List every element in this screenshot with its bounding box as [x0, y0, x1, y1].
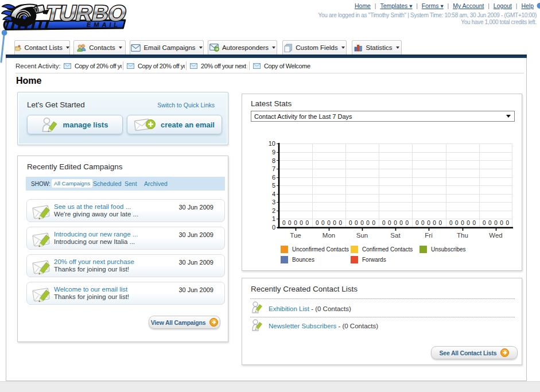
- svg-text:5: 5: [272, 182, 275, 189]
- svg-text:0 0 0 0 0: 0 0 0 0 0: [449, 220, 476, 226]
- svg-text:9: 9: [272, 149, 275, 156]
- svg-text:Sun: Sun: [356, 232, 368, 239]
- svg-text:Unconfirmed Contacts: Unconfirmed Contacts: [292, 246, 349, 253]
- svg-text:8: 8: [272, 157, 275, 164]
- svg-text:7: 7: [272, 165, 275, 172]
- svg-text:Unsubscribes: Unsubscribes: [431, 246, 466, 253]
- svg-text:1: 1: [272, 215, 275, 222]
- svg-text:Fri: Fri: [425, 232, 432, 239]
- svg-text:0 0 0 0 0: 0 0 0 0 0: [316, 220, 342, 226]
- svg-text:Sat: Sat: [390, 232, 401, 239]
- svg-text:0 0 0 0 0: 0 0 0 0 0: [382, 220, 409, 226]
- svg-text:Wed: Wed: [489, 232, 502, 239]
- svg-text:3: 3: [272, 199, 275, 205]
- svg-text:0 0 0 0 0: 0 0 0 0 0: [415, 220, 442, 226]
- svg-text:Mon: Mon: [323, 232, 335, 239]
- svg-text:6: 6: [272, 174, 275, 181]
- svg-text:0 0 0 0 0: 0 0 0 0 0: [349, 220, 375, 226]
- svg-text:Forwards: Forwards: [362, 257, 386, 263]
- svg-text:0 0 0 0 0: 0 0 0 0 0: [483, 220, 509, 226]
- svg-text:Tue: Tue: [290, 232, 301, 239]
- svg-text:10: 10: [269, 140, 275, 147]
- svg-text:Confirmed Contacts: Confirmed Contacts: [362, 246, 413, 253]
- svg-text:0 0 0 0 0: 0 0 0 0 0: [282, 220, 309, 226]
- svg-text:Thu: Thu: [457, 232, 468, 239]
- svg-text:0: 0: [272, 224, 275, 231]
- svg-text:TURBO: TURBO: [44, 1, 129, 25]
- svg-text:Bounces: Bounces: [292, 257, 314, 263]
- svg-text:2: 2: [272, 207, 275, 214]
- svg-text:4: 4: [272, 191, 275, 197]
